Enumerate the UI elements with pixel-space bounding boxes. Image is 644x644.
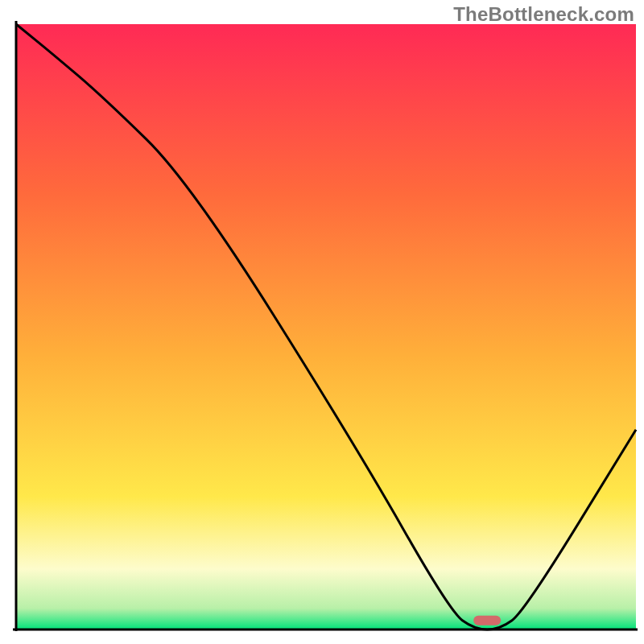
optimal-marker [473, 616, 501, 625]
chart-canvas [0, 0, 644, 644]
plot-background [16, 24, 636, 630]
bottleneck-chart: TheBottleneck.com [0, 0, 644, 644]
